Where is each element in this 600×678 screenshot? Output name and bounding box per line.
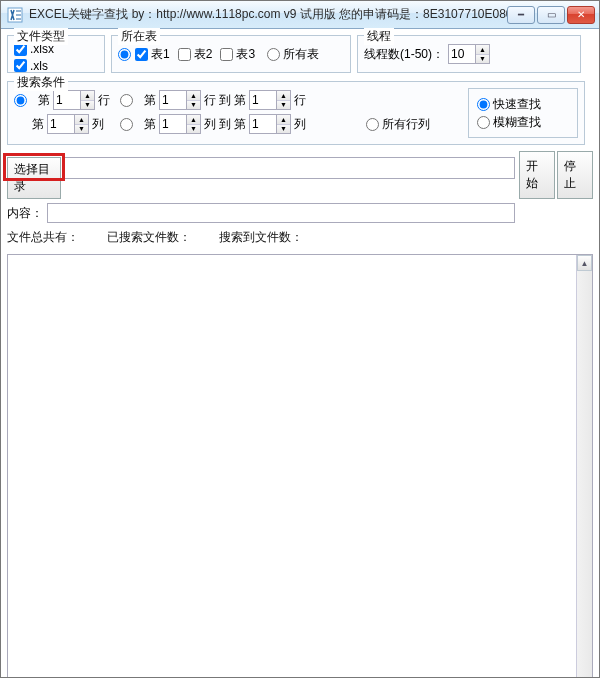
col-range-radio[interactable] xyxy=(120,118,133,131)
search-mode-group: 快速查找 模糊查找 xyxy=(468,88,578,138)
search-group: 搜索条件 第 1▲▼ 行 第 1▲▼ 行 到 第 1▲▼ 行 xyxy=(7,81,585,145)
all-rowcol-radio[interactable]: 所有行列 xyxy=(366,116,430,133)
threads-label: 线程数(1-50)： xyxy=(364,46,444,63)
content-label: 内容： xyxy=(7,205,43,222)
app-icon xyxy=(7,7,23,23)
col-single-spinner[interactable]: 1▲▼ xyxy=(47,114,89,134)
filetype-legend: 文件类型 xyxy=(14,28,68,45)
start-button[interactable]: 开始 xyxy=(519,151,555,199)
vertical-scrollbar[interactable]: ▲ ▼ xyxy=(576,255,592,678)
titlebar: EXCEL关键字查找 by：http://www.1118pc.com v9 试… xyxy=(1,1,599,29)
sheet3-checkbox[interactable]: 表3 xyxy=(220,46,255,63)
window-controls: ━ ▭ ✕ xyxy=(507,6,595,24)
single-row-radio[interactable] xyxy=(14,94,27,107)
fast-search-radio[interactable]: 快速查找 xyxy=(477,96,561,113)
col-from-spinner[interactable]: 1▲▼ xyxy=(159,114,201,134)
sheet2-checkbox[interactable]: 表2 xyxy=(178,46,213,63)
window-title: EXCEL关键字查找 by：http://www.1118pc.com v9 试… xyxy=(29,6,507,23)
dir-input[interactable] xyxy=(63,157,515,179)
filetype-group: 文件类型 .xlsx .xls xyxy=(7,35,105,73)
status-bar: 文件总共有： 已搜索文件数： 搜索到文件数： xyxy=(7,229,593,250)
stop-button[interactable]: 停止 xyxy=(557,151,593,199)
scrollbar-track[interactable] xyxy=(577,271,592,678)
threads-legend: 线程 xyxy=(364,28,394,45)
scroll-up-icon[interactable]: ▲ xyxy=(577,255,592,271)
search-legend: 搜索条件 xyxy=(14,74,68,91)
col-to-spinner[interactable]: 1▲▼ xyxy=(249,114,291,134)
row-to-spinner[interactable]: 1▲▼ xyxy=(249,90,291,110)
sheets-all-radio[interactable]: 所有表 xyxy=(267,46,319,63)
spinner-up-icon[interactable]: ▲ xyxy=(476,45,489,55)
status-total: 文件总共有： xyxy=(7,229,79,246)
results-area: ▲ ▼ xyxy=(7,254,593,678)
threads-group: 线程 线程数(1-50)： 10 ▲▼ xyxy=(357,35,581,73)
sheets-specific-radio[interactable] xyxy=(118,48,131,61)
maximize-button[interactable]: ▭ xyxy=(537,6,565,24)
row-range-radio[interactable] xyxy=(120,94,133,107)
status-searched: 已搜索文件数： xyxy=(107,229,191,246)
choose-dir-button[interactable]: 选择目录 xyxy=(7,157,61,199)
xls-checkbox[interactable]: .xls xyxy=(14,59,48,73)
sheet1-checkbox[interactable]: 表1 xyxy=(135,46,170,63)
minimize-button[interactable]: ━ xyxy=(507,6,535,24)
spinner-down-icon[interactable]: ▼ xyxy=(476,55,489,64)
content-input[interactable] xyxy=(47,203,515,223)
threads-spinner[interactable]: 10 ▲▼ xyxy=(448,44,490,64)
fuzzy-search-radio[interactable]: 模糊查找 xyxy=(477,114,561,131)
sheets-group: 所在表 表1 表2 表3 所有表 xyxy=(111,35,351,73)
row-from-spinner[interactable]: 1▲▼ xyxy=(159,90,201,110)
close-button[interactable]: ✕ xyxy=(567,6,595,24)
row-single-spinner[interactable]: 1▲▼ xyxy=(53,90,95,110)
sheets-legend: 所在表 xyxy=(118,28,160,45)
status-found: 搜索到文件数： xyxy=(219,229,303,246)
